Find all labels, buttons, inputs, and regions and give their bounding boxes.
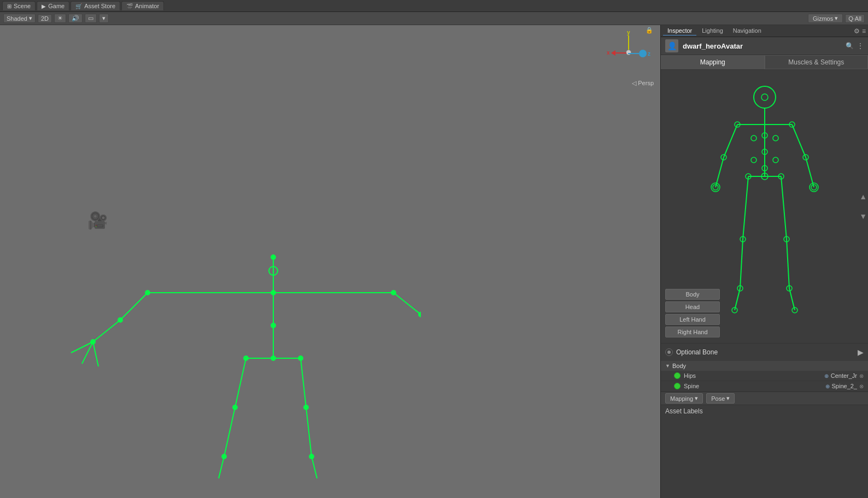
svg-line-16 [306, 407, 312, 456]
inspector-title: dwarf_heroAvatar [683, 42, 743, 50]
spine-dot [674, 383, 681, 389]
lock-icon: 🔒 [646, 27, 653, 34]
body-button[interactable]: Body [665, 289, 720, 300]
mapping-tab[interactable]: Mapping [661, 55, 765, 69]
svg-point-33 [309, 454, 314, 459]
gizmos-dropdown-icon: ▾ [835, 15, 838, 22]
svg-line-54 [792, 124, 806, 157]
optional-bone-row: Optional Bone ▶ [665, 346, 864, 359]
svg-line-61 [740, 239, 743, 288]
svg-line-12 [235, 358, 246, 407]
y-axis-label: y [627, 29, 630, 35]
svg-point-22 [145, 290, 150, 295]
hips-dot [674, 372, 681, 379]
svg-line-59 [743, 176, 748, 239]
bone-list: ▼ Body Hips ⊕ Center_Jr ⊗ Spine [661, 361, 868, 392]
svg-point-32 [303, 405, 309, 410]
sun-icon-btn[interactable]: ☀ [54, 14, 66, 23]
scroll-down-icon[interactable]: ▼ [859, 212, 867, 221]
left-hand-button[interactable]: Left Hand [665, 314, 720, 325]
settings-icon[interactable]: ⚙ [854, 27, 860, 35]
mapping-bottom-button[interactable]: Mapping ▾ [665, 393, 703, 404]
right-panel: Inspector Lighting Navigation ⚙ ≡ 👤 dwar… [660, 25, 868, 498]
asset-labels-section: Asset Labels [661, 405, 868, 417]
spine-clear-icon[interactable]: ⊗ [859, 383, 864, 389]
persp-label: ◁ Persp [632, 80, 654, 87]
avatar-icon: 👤 [665, 39, 678, 52]
svg-line-49 [724, 124, 737, 157]
z-axis-label: z [648, 51, 650, 57]
tab-game[interactable]: ▶ Game [37, 1, 69, 10]
svg-point-36 [761, 94, 768, 100]
viewport[interactable]: y x z [0, 25, 660, 498]
tab-navigation[interactable]: Navigation [729, 26, 766, 35]
inspector-tabs: Inspector Lighting Navigation ⚙ ≡ [661, 25, 868, 37]
tab-scene[interactable]: ⊞ Scene [2, 1, 36, 10]
svg-line-63 [735, 288, 740, 310]
svg-point-24 [90, 339, 96, 345]
svg-point-29 [298, 355, 303, 361]
svg-point-19 [271, 290, 276, 295]
viewport-gizmo: y x z [601, 29, 656, 84]
svg-point-30 [232, 405, 238, 410]
muscles-tab[interactable]: Muscles & Settings [765, 55, 869, 69]
svg-point-35 [754, 86, 776, 108]
tab-lighting[interactable]: Lighting [697, 26, 728, 35]
tab-asset-store[interactable]: 🛒 Asset Store [71, 1, 120, 10]
svg-line-14 [219, 456, 224, 478]
svg-point-72 [773, 135, 778, 141]
svg-line-65 [781, 176, 787, 239]
svg-point-73 [751, 157, 756, 163]
head-button[interactable]: Head [665, 301, 720, 312]
spine-link-icon: ⊕ [825, 383, 830, 389]
svg-point-20 [271, 323, 276, 328]
hips-clear-icon[interactable]: ⊗ [859, 373, 864, 379]
svg-point-21 [271, 355, 276, 361]
hips-link-icon: ⊕ [824, 373, 829, 379]
pose-dropdown-icon: ▾ [726, 395, 730, 402]
inspector-header: 👤 dwarf_heroAvatar 🔍 ⋮ [661, 37, 868, 55]
bone-value-hips: ⊕ Center_Jr ⊗ [824, 372, 864, 379]
scroll-right-icon[interactable]: ▶ [858, 348, 864, 357]
svg-line-67 [787, 239, 789, 288]
dropdown-arrow-icon: ▾ [29, 15, 32, 22]
more-options-icon[interactable]: ⋮ [857, 42, 864, 50]
inspector-actions: 🔍 ⋮ [846, 42, 864, 50]
svg-line-15 [301, 358, 306, 407]
svg-line-6 [93, 342, 98, 366]
viewport-toolbar: Shaded ▾ 2D ☀ 🔊 ▭ ▾ Gizmos ▾ Q·All [0, 12, 868, 25]
gizmos-button[interactable]: Gizmos ▾ [808, 14, 843, 23]
panel-settings: ⚙ ≡ [854, 27, 866, 35]
bone-value-spine: ⊕ Spine_2_ ⊗ [825, 383, 864, 389]
bottom-toolbar: Mapping ▾ Pose ▾ [661, 392, 868, 405]
mapping-dropdown-icon: ▾ [695, 395, 698, 402]
svg-point-71 [751, 135, 756, 141]
svg-point-18 [271, 254, 276, 260]
game-icon: ▶ [42, 3, 46, 9]
bone-name-hips: Hips [674, 372, 824, 379]
right-hand-button[interactable]: Right Hand [665, 327, 720, 337]
mapping-tabs: Mapping Muscles & Settings [661, 55, 868, 70]
2d-button[interactable]: 2D [38, 14, 52, 23]
svg-point-23 [118, 317, 123, 323]
optional-bone-circle [665, 348, 673, 356]
svg-line-69 [789, 288, 795, 310]
top-tab-bar: ⊞ Scene ▶ Game 🛒 Asset Store 🎬 Animator [0, 0, 868, 12]
svg-line-13 [224, 407, 235, 456]
tab-inspector[interactable]: Inspector [663, 26, 696, 35]
tab-animator[interactable]: 🎬 Animator [121, 1, 164, 10]
shaded-button[interactable]: Shaded ▾ [3, 14, 36, 23]
scroll-up-icon[interactable]: ▲ [859, 192, 867, 201]
svg-point-74 [773, 157, 778, 163]
audio-icon-btn[interactable]: 🔊 [68, 14, 83, 23]
pose-bottom-button[interactable]: Pose ▾ [706, 393, 735, 404]
aspect-icon-btn[interactable]: ▭ [85, 14, 97, 23]
character-figure [38, 173, 421, 478]
panel-menu-icon[interactable]: ≡ [862, 27, 866, 35]
svg-point-31 [221, 454, 227, 459]
search-all-button[interactable]: Q·All [845, 14, 865, 23]
more-icon-btn[interactable]: ▾ [99, 14, 109, 23]
animator-icon: 🎬 [126, 3, 133, 9]
bone-section-header-body[interactable]: ▼ Body [661, 361, 868, 371]
inspect-icon[interactable]: 🔍 [846, 42, 854, 50]
